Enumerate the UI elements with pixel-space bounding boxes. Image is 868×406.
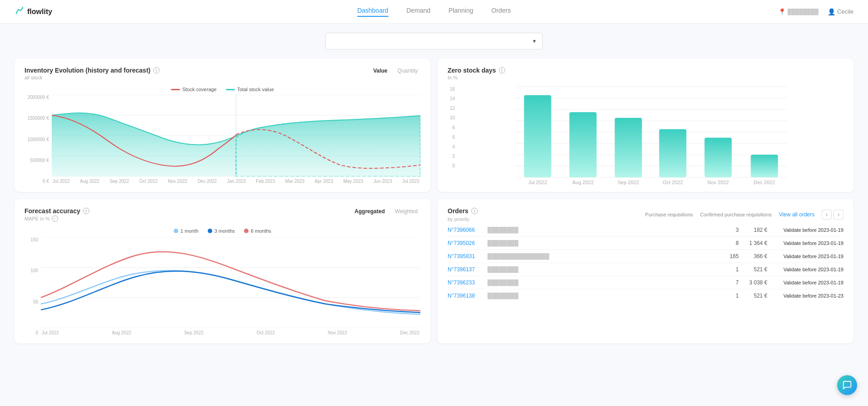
order-desc-0: ████████	[488, 227, 722, 233]
nav-demand[interactable]: Demand	[406, 7, 430, 17]
legend-1m-label: 1 month	[180, 228, 199, 234]
orders-next[interactable]: ›	[834, 210, 844, 220]
x-label-aug: Aug 2022	[572, 180, 594, 185]
order-val-1: 1 364 €	[742, 240, 767, 246]
forecast-x-axis: Jul 2022 Aug 2022 Sep 2022 Oct 2022 Nov …	[41, 330, 420, 335]
toggle-weighted[interactable]: Weighted	[392, 207, 420, 215]
zero-stock-info-icon[interactable]: i	[499, 67, 505, 73]
bar-jul	[524, 95, 551, 177]
orders-list: N°7396066 ████████ 3 182 € Validate befo…	[448, 224, 844, 302]
zero-stock-subtitle: In %	[448, 75, 505, 80]
order-desc-4: ████████	[488, 279, 722, 286]
header: flowlity Dashboard Demand Planning Order…	[0, 0, 868, 24]
table-row: N°7396066 ████████ 3 182 € Validate befo…	[448, 224, 844, 237]
order-id-5[interactable]: N°7396138	[448, 293, 484, 299]
order-qty-1: 8	[725, 240, 739, 246]
order-qty-2: 165	[725, 253, 739, 259]
x-label-sep: Sep 2022	[618, 180, 639, 185]
order-val-2: 366 €	[742, 253, 767, 259]
table-row: N°7395831 ████████████████ 165 366 € Val…	[448, 250, 844, 263]
legend-value-label: Total stock value	[237, 87, 274, 92]
view-all-orders[interactable]: View all orders	[779, 211, 814, 218]
forecast-title-text: Forecast accuracy	[24, 207, 80, 215]
inventory-svg	[52, 95, 420, 176]
bar-aug	[570, 112, 597, 177]
header-user: 👤 Cecile	[828, 8, 853, 15]
nav-dashboard[interactable]: Dashboard	[357, 7, 389, 17]
legend-1m: 1 month	[174, 228, 199, 234]
order-val-3: 521 €	[742, 266, 767, 273]
legend-3m-label: 3 months	[215, 228, 235, 234]
orders-subtitle: by priority	[448, 216, 478, 222]
legend-1m-dot	[174, 229, 178, 233]
legend-3m: 3 months	[208, 228, 235, 234]
order-id-0[interactable]: N°7396066	[448, 227, 484, 233]
order-id-3[interactable]: N°7396137	[448, 266, 484, 273]
inventory-subtitle: all stock	[24, 75, 160, 80]
forecast-header: Forecast accuracy i MAPE in % i Aggregat…	[24, 207, 420, 226]
forecast-mape-info-icon[interactable]: i	[52, 215, 58, 222]
toggle-value[interactable]: Value	[371, 67, 390, 75]
toggle-aggregated[interactable]: Aggregated	[352, 207, 388, 215]
order-desc-1: ████████	[488, 240, 722, 246]
nav-planning[interactable]: Planning	[449, 7, 473, 17]
legend-value-line	[226, 89, 235, 90]
order-id-2[interactable]: N°7395831	[448, 253, 484, 259]
order-validate-1: Validate before 2023-01-19	[771, 240, 844, 246]
forecast-subtitle: MAPE in %	[24, 216, 50, 221]
orders-col-labels: Purchase requisitions Confirmed purchase…	[645, 212, 772, 217]
order-val-0: 182 €	[742, 227, 767, 233]
order-validate-2: Validate before 2023-01-19	[771, 254, 844, 259]
order-desc-2: ████████████████	[488, 253, 722, 259]
order-val-4: 3 038 €	[742, 279, 767, 286]
orders-info-icon[interactable]: i	[471, 208, 478, 214]
main-nav: Dashboard Demand Planning Orders	[357, 7, 511, 17]
orders-title-text: Orders	[448, 207, 468, 215]
inventory-info-icon[interactable]: i	[153, 67, 160, 73]
legend-6m: 6 months	[244, 228, 271, 234]
forecast-svg	[41, 237, 420, 328]
header-right: 📍 ████████ 👤 Cecile	[778, 8, 853, 15]
nav-orders[interactable]: Orders	[492, 7, 511, 17]
orders-header: Orders i by priority Purchase requisitio…	[448, 207, 844, 222]
user-name: Cecile	[837, 8, 853, 15]
zero-stock-header: Zero stock days i In %	[448, 67, 844, 85]
main-dropdown[interactable]: ▾	[325, 33, 543, 49]
table-row: N°7396138 ████████ 1 521 € Validate befo…	[448, 289, 844, 302]
order-qty-3: 1	[725, 266, 739, 273]
zero-stock-card: Zero stock days i In % 16 14 12 10 8 6 4…	[438, 59, 853, 192]
orders-controls: Purchase requisitions Confirmed purchase…	[645, 210, 844, 220]
forecast-info-icon[interactable]: i	[83, 208, 89, 214]
location-text: ████████	[788, 9, 819, 15]
order-desc-3: ████████	[488, 266, 722, 273]
main-content: ▾ Inventory Evolution (history and forec…	[0, 24, 868, 352]
order-id-4[interactable]: N°7396233	[448, 279, 484, 286]
bar-nov	[705, 138, 732, 178]
logo: flowlity	[15, 5, 69, 18]
zero-stock-y-axis: 16 14 12 10 8 6 4 2 0	[448, 87, 458, 168]
zero-stock-bars-container: Jul 2022 Aug 2022 Sep 2022 Oct 2022 Nov …	[458, 87, 844, 179]
orders-nav: ‹ ›	[822, 210, 844, 220]
inventory-title: Inventory Evolution (history and forecas…	[24, 67, 160, 74]
order-id-1[interactable]: N°7395026	[448, 240, 484, 246]
user-icon: 👤	[828, 8, 835, 15]
col-confirmed-req: Confirmed purchase requisitions	[700, 212, 772, 217]
table-row: N°7396137 ████████ 1 521 € Validate befo…	[448, 263, 844, 276]
legend-3m-dot	[208, 229, 212, 233]
bar-sep	[615, 118, 642, 177]
x-label-jul: Jul 2022	[528, 180, 547, 185]
forecast-accuracy-card: Forecast accuracy i MAPE in % i Aggregat…	[15, 199, 430, 343]
inventory-evolution-card: Inventory Evolution (history and forecas…	[15, 59, 430, 192]
order-validate-0: Validate before 2023-01-19	[771, 227, 844, 233]
legend-6m-label: 6 months	[251, 228, 271, 234]
toggle-quantity[interactable]: Quantity	[395, 67, 420, 75]
chevron-down-icon: ▾	[533, 38, 536, 44]
order-qty-5: 1	[725, 293, 739, 299]
zero-stock-chart-container: 16 14 12 10 8 6 4 2 0	[448, 87, 844, 179]
table-row: N°7396233 ████████ 7 3 038 € Validate be…	[448, 276, 844, 289]
bar-dec	[751, 155, 778, 177]
orders-prev[interactable]: ‹	[822, 210, 832, 220]
bar-oct	[659, 129, 687, 177]
x-label-oct: Oct 2022	[663, 180, 683, 185]
legend-coverage-label: Stock coverage	[182, 87, 217, 92]
